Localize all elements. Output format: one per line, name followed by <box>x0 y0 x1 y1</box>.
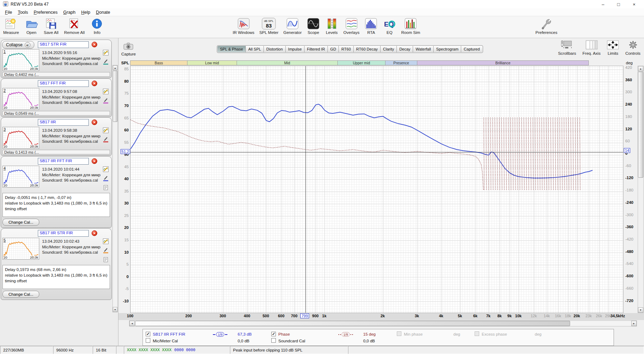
trace-color-pencil-icon[interactable] <box>103 176 110 182</box>
edit-graph-icon[interactable] <box>103 166 110 173</box>
scroll-left-icon[interactable]: ◄ <box>129 321 135 326</box>
delete-measurement-icon[interactable]: × <box>92 81 97 86</box>
tab-rt60-decay[interactable]: RT60 Decay <box>354 46 381 52</box>
maximize-button[interactable]: □ <box>611 0 626 8</box>
toolbar-levels-button[interactable]: 0369Levels <box>324 17 340 35</box>
tab-decay[interactable]: Decay <box>397 46 413 52</box>
change-cal-button[interactable]: Change Cal... <box>2 291 39 298</box>
delete-measurement-icon[interactable]: × <box>92 42 97 47</box>
right-tick: 420 <box>625 65 632 70</box>
tab-rt60[interactable]: RT60 <box>339 46 354 52</box>
measurement-name-input[interactable]: SB17 IIR FFT FIR <box>38 158 89 165</box>
plot-area[interactable] <box>130 66 623 313</box>
legend-checkbox[interactable] <box>475 331 479 336</box>
change-cal-button[interactable]: Change Cal... <box>2 219 39 226</box>
right-tick: 60 <box>625 139 630 143</box>
scroll-up-icon[interactable]: ▲ <box>113 65 117 70</box>
scroll-thumb[interactable] <box>113 71 117 122</box>
tab-filtered-ir[interactable]: Filtered IR <box>304 46 328 52</box>
edit-graph-icon[interactable] <box>103 128 110 134</box>
toolbar-overlays-button[interactable]: Overlays <box>342 17 360 35</box>
tab-spectrogram[interactable]: Spectrogram <box>434 46 461 52</box>
notes-icon[interactable] <box>103 185 110 191</box>
toolbar-info-button[interactable]: Info <box>89 17 105 35</box>
measurement-thumbnail[interactable]: 52020,0k <box>2 238 39 260</box>
menu-donate[interactable]: Donate <box>93 9 113 16</box>
menu-help[interactable]: Help <box>79 9 93 16</box>
edit-graph-icon[interactable] <box>103 89 110 95</box>
toolbar-save-all-button[interactable]: Save All <box>43 17 60 35</box>
legend-checkbox[interactable] <box>397 331 401 336</box>
toolbar-room-sim-button[interactable]: Room Sim <box>400 17 421 35</box>
tab-waterfall[interactable]: Waterfall <box>413 46 434 52</box>
measurement-name-input[interactable]: SB17 IIR STR FIR <box>38 230 89 237</box>
smoothing-badge[interactable]: 1/8 <box>338 332 353 337</box>
right-tick: -480 <box>625 249 633 254</box>
toolbar-eq-button[interactable]: EQEQ <box>382 17 397 35</box>
notes-icon[interactable] <box>103 257 110 264</box>
measurement-thumbnail[interactable]: 32020,0k <box>2 127 39 149</box>
tab-all-spl[interactable]: All SPL <box>246 46 264 52</box>
measurement-name-input[interactable]: SB17 IIR <box>38 119 89 126</box>
graph-controls-button[interactable]: Controls <box>625 40 640 55</box>
close-button[interactable]: × <box>627 0 641 8</box>
legend-checkbox[interactable] <box>271 338 276 343</box>
scroll-thumb[interactable] <box>638 72 643 178</box>
measurement-thumbnail[interactable]: 22020,0k <box>2 88 39 110</box>
trace-color-pencil-icon[interactable] <box>103 137 110 143</box>
toolbar-generator-button[interactable]: Generator <box>282 17 303 35</box>
edit-graph-icon[interactable] <box>103 238 110 245</box>
smoothing-badge[interactable]: 1/8 <box>213 332 227 337</box>
thumbnail-low-freq-label: 20 <box>4 67 7 71</box>
sidebar-scrollbar[interactable]: ▲ ▼ <box>112 65 118 312</box>
collapse-button[interactable]: Collapse « <box>2 41 34 49</box>
trace-color-pencil-icon[interactable] <box>103 98 110 105</box>
graph-scrollbars-button[interactable]: Scrollbars <box>558 40 576 55</box>
trace-color-pencil-icon[interactable] <box>103 59 110 66</box>
graph-vertical-scrollbar[interactable]: ▲ ▼ <box>638 66 644 313</box>
tab-distortion[interactable]: Distortion <box>264 46 285 52</box>
scroll-up-icon[interactable]: ▲ <box>638 66 643 71</box>
menu-preferences[interactable]: Preferences <box>31 9 60 16</box>
scroll-thumb[interactable] <box>135 321 570 326</box>
legend-checkbox[interactable]: ✓ <box>146 332 150 336</box>
toolbar-ir-windows-button[interactable]: IR Windows <box>232 17 255 35</box>
delete-measurement-icon[interactable]: × <box>92 230 97 236</box>
scroll-down-icon[interactable]: ▼ <box>113 307 117 312</box>
tab-spl-phase[interactable]: SPL & Phase <box>217 46 246 52</box>
minimize-button[interactable]: – <box>596 0 610 8</box>
measurement-thumbnail[interactable]: 12020,0k <box>2 49 39 71</box>
toolbar-measure-button[interactable]: Measure <box>2 17 20 35</box>
legend-checkbox[interactable] <box>146 338 150 343</box>
toolbar-scope-button[interactable]: Scope <box>306 17 321 35</box>
delete-measurement-icon[interactable]: × <box>92 158 97 164</box>
measurements-panel: Collapse « SB17 STR FIR×12020,0k13.04.20… <box>0 38 118 346</box>
menu-graph[interactable]: Graph <box>60 9 79 16</box>
graph-freq-axis-button[interactable]: Freq. Axis <box>582 40 601 55</box>
tab-gd[interactable]: GD <box>328 46 339 52</box>
measurement-name-input[interactable]: SB17 FFT FIR <box>38 80 89 87</box>
measurement-mic-cal: Mic/Meter: Коррекция для микр <box>42 244 103 250</box>
toolbar-rta-button[interactable]: RTA <box>363 17 379 35</box>
tab-captured[interactable]: Captured <box>461 46 482 52</box>
delete-measurement-icon[interactable]: × <box>92 119 97 125</box>
measurement-thumbnail[interactable]: 42020,0k <box>2 166 39 188</box>
legend-checkbox[interactable]: ✓ <box>271 332 276 336</box>
menu-file[interactable]: File <box>2 9 15 16</box>
graph-horizontal-scrollbar[interactable]: ◄ ► <box>129 320 637 326</box>
tab-impulse[interactable]: Impulse <box>286 46 305 52</box>
trace-color-pencil-icon[interactable] <box>103 248 110 254</box>
scroll-right-icon[interactable]: ► <box>631 321 637 326</box>
toolbar-remove-all-button[interactable]: Remove All <box>63 17 86 35</box>
graph-limits-button[interactable]: Limits <box>607 40 619 55</box>
toolbar-preferences-button[interactable]: Preferences <box>534 17 558 35</box>
tab-clarity[interactable]: Clarity <box>381 46 397 52</box>
scroll-down-icon[interactable]: ▼ <box>638 307 643 313</box>
edit-graph-icon[interactable] <box>103 50 110 57</box>
capture-button[interactable]: Capture <box>121 42 136 56</box>
menu-tools[interactable]: Tools <box>15 9 31 16</box>
toolbar-spl-meter-button[interactable]: dB SPL83SPL Meter <box>258 17 279 35</box>
open-icon <box>25 18 38 30</box>
toolbar-open-button[interactable]: Open <box>24 17 39 35</box>
measurement-name-input[interactable]: SB17 STR FIR <box>38 41 89 48</box>
